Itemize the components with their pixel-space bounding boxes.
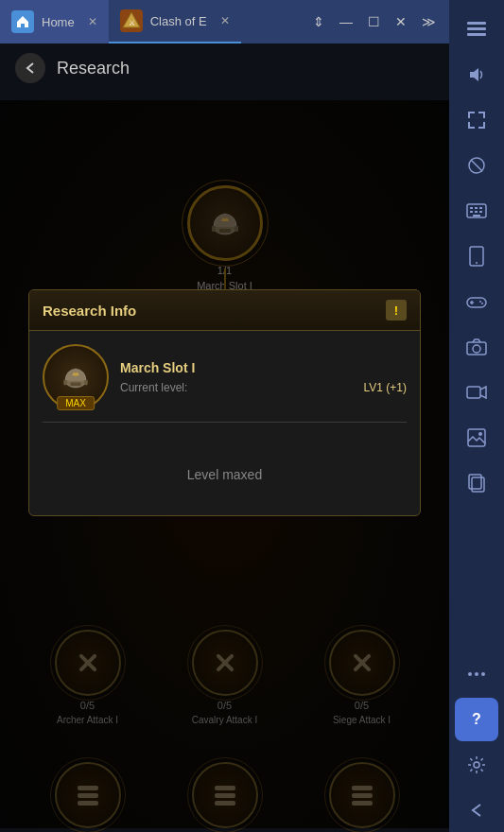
svg-rect-40 [63, 380, 67, 385]
modal-body: MAX March Slot I Current level: LV1 (+1)… [29, 331, 420, 515]
svg-line-5 [471, 160, 482, 171]
svg-rect-42 [71, 382, 81, 386]
svg-text:⚔: ⚔ [128, 19, 134, 27]
research-page-title: Research [57, 59, 130, 78]
svg-rect-1 [467, 27, 486, 30]
svg-point-15 [476, 262, 478, 264]
svg-rect-8 [475, 207, 478, 209]
video-btn[interactable] [455, 371, 498, 414]
phone-btn[interactable] [455, 234, 498, 278]
camera-btn[interactable] [455, 325, 498, 369]
maximize-btn[interactable]: ☐ [364, 12, 384, 31]
slash-btn[interactable] [455, 144, 498, 187]
research-header: Research [0, 43, 449, 93]
svg-point-31 [474, 762, 479, 768]
research-back-btn[interactable] [15, 53, 45, 83]
modal-item-row: MAX March Slot I Current level: LV1 (+1) [43, 344, 407, 410]
modal-status-text: Level maxed [187, 467, 262, 482]
help-btn[interactable]: ? [455, 698, 498, 741]
home-tab-close[interactable]: ✕ [88, 15, 97, 28]
svg-rect-23 [467, 387, 480, 398]
item-max-badge: MAX [57, 396, 95, 410]
svg-point-29 [475, 672, 478, 676]
tab-home[interactable]: Home ✕ [0, 0, 109, 43]
item-level-value: LV1 (+1) [364, 381, 407, 394]
help-icon: ? [472, 711, 481, 728]
transfer-btn[interactable]: ⇕ [309, 12, 328, 31]
svg-point-30 [481, 672, 485, 676]
gamepad-btn[interactable] [455, 280, 498, 323]
svg-rect-7 [470, 207, 473, 209]
layers-btn[interactable] [455, 8, 498, 51]
item-icon-container: MAX [43, 344, 109, 410]
svg-point-22 [473, 345, 480, 353]
svg-rect-41 [84, 380, 88, 385]
svg-rect-24 [468, 429, 485, 446]
svg-rect-12 [479, 211, 482, 213]
modal-header: Research Info ! [29, 290, 420, 331]
right-sidebar: ? [449, 0, 504, 832]
research-info-modal: Research Info ! [28, 289, 421, 516]
expand-btn[interactable] [455, 98, 498, 142]
svg-point-19 [479, 301, 481, 303]
svg-marker-3 [470, 68, 478, 81]
svg-rect-0 [467, 22, 486, 25]
copy-btn[interactable] [455, 461, 498, 505]
item-name: March Slot I [120, 360, 407, 375]
svg-point-20 [481, 303, 483, 304]
svg-point-25 [478, 432, 482, 436]
more-btn[interactable] [455, 652, 498, 696]
keyboard-btn[interactable] [455, 189, 498, 233]
item-level-label: Current level: [120, 381, 187, 394]
modal-info-btn[interactable]: ! [386, 300, 407, 321]
minimize-btn[interactable]: — [336, 12, 356, 31]
modal-status: Level maxed [43, 438, 407, 502]
home-tab-label: Home [42, 15, 75, 29]
svg-rect-13 [473, 215, 480, 217]
home-tab-icon [11, 10, 34, 33]
settings-btn[interactable] [455, 743, 498, 787]
main-area: Research 1/1 March Slot I [0, 43, 449, 832]
game-tab-label: Clash of E [150, 14, 207, 28]
svg-rect-2 [467, 33, 486, 36]
item-info: March Slot I Current level: LV1 (+1) [120, 360, 407, 394]
top-bar-controls: ⇕ — ☐ ✕ ≫ [309, 12, 449, 31]
tab-game[interactable]: ⚔ Clash of E ✕ [109, 0, 241, 43]
top-bar: Home ✕ ⚔ Clash of E ✕ ⇕ — ☐ ✕ ≫ [0, 0, 449, 43]
svg-rect-9 [479, 207, 482, 209]
game-tab-icon: ⚔ [120, 9, 143, 32]
back-sidebar-btn[interactable] [455, 789, 498, 832]
modal-title: Research Info [43, 303, 136, 319]
close-btn[interactable]: ✕ [391, 12, 410, 31]
volume-btn[interactable] [455, 53, 498, 96]
svg-rect-10 [470, 211, 473, 213]
item-level-row: Current level: LV1 (+1) [120, 381, 407, 394]
svg-rect-11 [475, 211, 478, 213]
svg-point-28 [468, 672, 472, 676]
game-tab-close[interactable]: ✕ [220, 14, 230, 27]
collapse-btn[interactable]: ≫ [418, 12, 440, 31]
image-btn[interactable] [455, 416, 498, 459]
scene-bg: 1/1 March Slot I Research Info ! [0, 100, 449, 828]
modal-divider [43, 422, 407, 423]
